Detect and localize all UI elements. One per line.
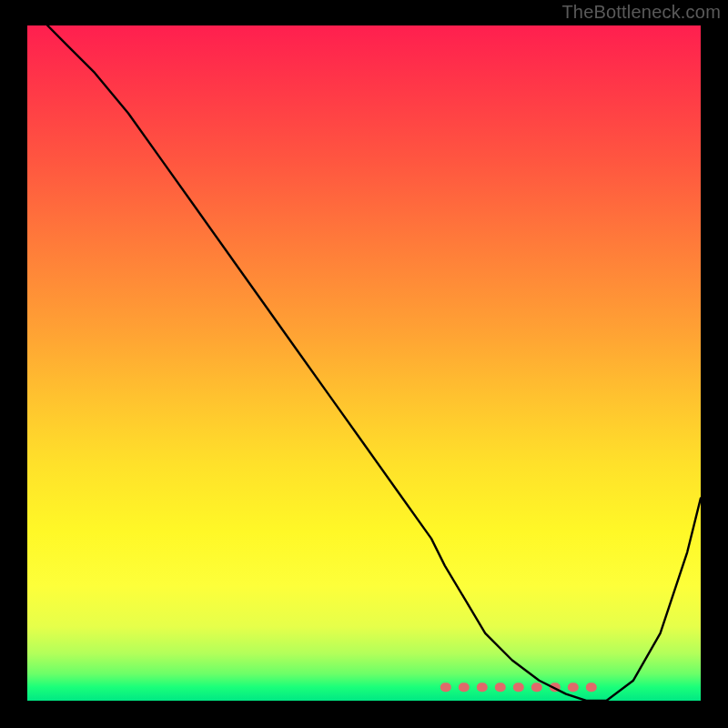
bottleneck-curve (47, 25, 701, 701)
watermark-text: TheBottleneck.com (561, 2, 721, 23)
chart-svg (27, 25, 701, 701)
chart-frame: TheBottleneck.com (0, 0, 728, 728)
plot-area (27, 25, 701, 701)
